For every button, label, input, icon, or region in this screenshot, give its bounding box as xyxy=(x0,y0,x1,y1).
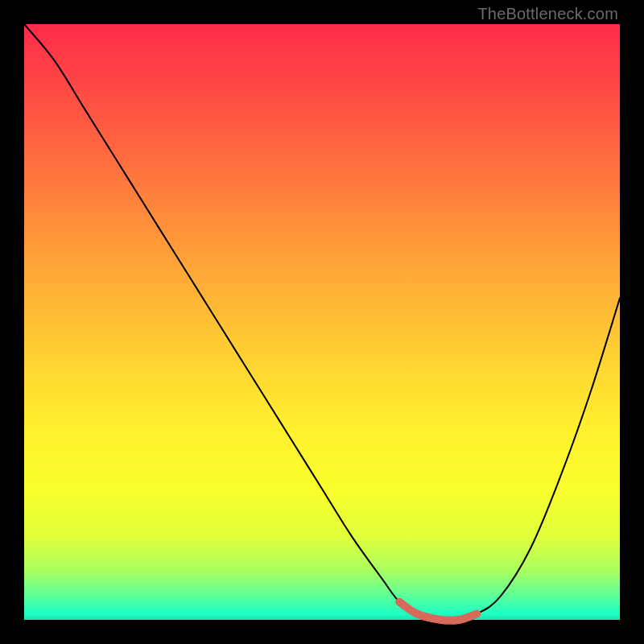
bottleneck-curve-highlight xyxy=(399,602,477,621)
chart-frame: TheBottleneck.com xyxy=(0,0,644,644)
curve-svg xyxy=(24,24,620,620)
bottleneck-curve xyxy=(24,24,620,621)
watermark-text: TheBottleneck.com xyxy=(477,5,618,23)
plot-area xyxy=(24,24,620,620)
